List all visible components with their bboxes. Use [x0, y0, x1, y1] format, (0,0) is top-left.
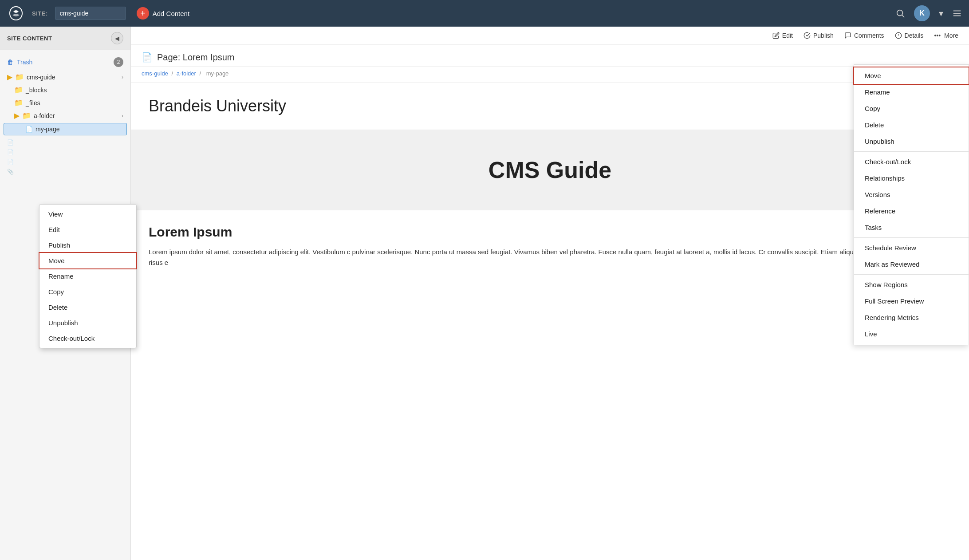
comments-label: Comments	[854, 32, 884, 39]
right-dd-divider-3	[854, 274, 969, 275]
folder-icon-blocks: 📁	[14, 86, 23, 94]
lorem-ipsum-heading: Lorem Ipsum	[149, 225, 951, 240]
tree-item-my-page[interactable]: 📄 my-page	[4, 123, 127, 135]
tree-item-label: cms-guide	[27, 74, 55, 81]
tree-subitem-1: 📄	[7, 138, 123, 147]
right-dd-show-regions[interactable]: Show Regions	[854, 276, 969, 293]
tree-subitem-2: 📄	[7, 148, 123, 157]
ctx-delete[interactable]: Delete	[39, 300, 131, 315]
ctx-edit[interactable]: Edit	[39, 222, 131, 237]
ctx-publish[interactable]: Publish	[39, 237, 131, 253]
ctx-move[interactable]: Move	[39, 253, 131, 268]
right-dd-unpublish[interactable]: Unpublish	[854, 133, 969, 150]
right-dd-relationships[interactable]: Relationships	[854, 170, 969, 186]
right-dd-divider-2	[854, 237, 969, 238]
search-button[interactable]	[895, 8, 905, 18]
hamburger-menu-button[interactable]	[952, 8, 962, 18]
page-header: 📄 Page: Lorem Ipsum	[131, 45, 969, 67]
user-avatar[interactable]: K	[914, 5, 930, 21]
tree-item-label: a-folder	[34, 112, 55, 119]
right-dd-schedule-review[interactable]: Schedule Review	[854, 240, 969, 256]
ctx-view[interactable]: View	[39, 206, 131, 222]
trash-item[interactable]: 🗑 Trash 2	[0, 54, 130, 71]
sidebar-collapse-button[interactable]: ◀	[111, 32, 123, 44]
site-name-input[interactable]	[55, 7, 126, 20]
breadcrumb-sep-1: /	[172, 70, 175, 77]
page-section-cms-guide: CMS Guide	[131, 130, 969, 210]
cms-guide-heading: CMS Guide	[149, 157, 951, 183]
page-body: Brandeis University CMS Guide Lorem Ipsu…	[131, 83, 969, 282]
right-dd-copy[interactable]: Copy	[854, 100, 969, 117]
breadcrumb: cms-guide / a-folder / my-page	[131, 67, 969, 83]
details-button[interactable]: Details	[895, 32, 924, 39]
right-dd-tasks[interactable]: Tasks	[854, 219, 969, 236]
svg-point-0	[897, 10, 903, 16]
folder-icon-files: 📁	[14, 99, 23, 107]
comments-button[interactable]: Comments	[844, 32, 884, 39]
left-context-menu: View Edit Publish Move Rename Copy Delet…	[39, 204, 131, 348]
page-section-university: Brandeis University	[131, 83, 969, 130]
breadcrumb-cms-guide[interactable]: cms-guide	[142, 70, 168, 77]
right-dd-reference[interactable]: Reference	[854, 203, 969, 219]
tree-subitem-4: 📎	[7, 167, 123, 176]
folder-icon-2: 📁	[15, 73, 24, 81]
content-area: Edit Publish Comments	[131, 27, 969, 560]
tree-item-label: _files	[26, 99, 40, 106]
tree-item-a-folder[interactable]: ▶ 📁 a-folder ›	[0, 109, 130, 122]
right-dd-rendering[interactable]: Rendering Metrics	[854, 309, 969, 326]
ctx-unpublish[interactable]: Unpublish	[39, 315, 131, 331]
top-nav: SITE: + Add Content K ▾	[0, 0, 969, 27]
sidebar-title: SITE CONTENT	[7, 35, 52, 42]
tree-item-cms-guide[interactable]: ▶ 📁 cms-guide ›	[0, 71, 130, 83]
site-label: SITE:	[32, 10, 48, 17]
sidebar-header: SITE CONTENT ◀	[0, 27, 130, 50]
university-heading: Brandeis University	[149, 97, 951, 115]
ctx-checkout[interactable]: Check-out/Lock	[39, 331, 131, 346]
page-section-lorem: Lorem Ipsum Lorem ipsum dolor sit amet, …	[131, 210, 969, 282]
page-icon: 📄	[25, 126, 33, 133]
right-dd-rename[interactable]: Rename	[854, 84, 969, 100]
main-layout: SITE CONTENT ◀ 🗑 Trash 2 ▶ 📁 cms-guide ›…	[0, 27, 969, 560]
content-toolbar: Edit Publish Comments	[131, 27, 969, 45]
tree-item-my-page-label: my-page	[35, 126, 59, 133]
user-dropdown-arrow[interactable]: ▾	[939, 8, 943, 19]
right-dd-checkout[interactable]: Check-out/Lock	[854, 154, 969, 170]
trash-left: 🗑 Trash	[7, 59, 32, 66]
tree-arrow: ›	[122, 74, 123, 80]
folder-icon-a-folder: ▶	[14, 111, 20, 120]
edit-button[interactable]: Edit	[772, 32, 793, 39]
publish-button[interactable]: Publish	[804, 32, 834, 39]
edit-label: Edit	[782, 32, 793, 39]
sidebar: SITE CONTENT ◀ 🗑 Trash 2 ▶ 📁 cms-guide ›…	[0, 27, 131, 560]
right-dd-move[interactable]: Move	[854, 67, 969, 84]
add-content-button[interactable]: + Add Content	[137, 7, 189, 20]
nav-right: K ▾	[895, 5, 962, 21]
tree-item-files[interactable]: 📁 _files	[0, 96, 130, 109]
trash-icon: 🗑	[7, 59, 13, 66]
folder-icon: ▶	[7, 73, 12, 81]
right-dd-delete[interactable]: Delete	[854, 117, 969, 133]
publish-label: Publish	[813, 32, 834, 39]
ctx-rename[interactable]: Rename	[39, 268, 131, 284]
tree-item-label: _blocks	[26, 87, 47, 94]
right-dropdown-menu: Move Rename Copy Delete Unpublish Check-…	[854, 64, 969, 345]
ctx-copy[interactable]: Copy	[39, 284, 131, 300]
breadcrumb-a-folder[interactable]: a-folder	[177, 70, 196, 77]
more-button[interactable]: ••• More	[934, 32, 958, 39]
trash-label: Trash	[17, 59, 32, 66]
breadcrumb-sep-2: /	[200, 70, 203, 77]
right-dd-mark-reviewed[interactable]: Mark as Reviewed	[854, 256, 969, 272]
lorem-ipsum-text: Lorem ipsum dolor sit amet, consectetur …	[149, 247, 951, 268]
tree-subitem-3: 📄	[7, 158, 123, 166]
right-dd-versions[interactable]: Versions	[854, 186, 969, 203]
add-icon: +	[137, 7, 149, 20]
svg-line-1	[902, 15, 904, 17]
right-dd-live[interactable]: Live	[854, 326, 969, 342]
breadcrumb-my-page: my-page	[206, 70, 229, 77]
logo[interactable]	[7, 4, 25, 22]
right-dd-divider-1	[854, 151, 969, 152]
right-dd-fullscreen[interactable]: Full Screen Preview	[854, 293, 969, 309]
tree-arrow-a-folder: ›	[122, 113, 123, 119]
tree-item-blocks[interactable]: 📁 _blocks	[0, 83, 130, 96]
page-title: Page: Lorem Ipsum	[157, 52, 235, 63]
